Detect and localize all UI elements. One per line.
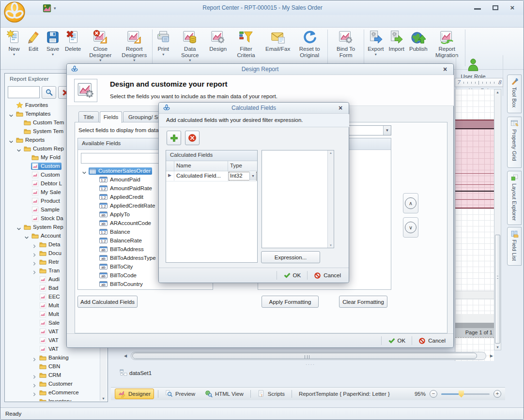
cancel-button[interactable]: Cancel [416,336,448,345]
apply-formatting-button[interactable]: Apply Formatting [262,296,319,308]
tab-fields[interactable]: Fields [100,111,122,123]
dock-tab-field-list[interactable]: Field List [507,227,522,266]
ribbon-button-report-migration[interactable]: Report Migration [430,29,464,58]
view-tab-html-view[interactable]: HTML View [202,389,247,399]
zoom-slider-thumb[interactable] [459,390,464,398]
ribbon-button-close-designer[interactable]: Close Designer▾ [83,29,117,62]
search-button[interactable] [42,86,56,99]
ribbon-button-save[interactable]: Save▾ [43,29,62,57]
grid-row[interactable]: ▶ Calculated Field... Int32▼ [166,171,257,181]
minimize-button[interactable] [474,8,481,10]
chevron-open-icon[interactable] [9,111,15,116]
expression-button[interactable]: Expression... [261,251,320,263]
ribbon-button-filter-criteria[interactable]: Filter Criteria [229,29,263,58]
scroll-right-icon[interactable]: ▶ [490,354,493,358]
maximize-button[interactable] [493,5,498,10]
vertical-scrollbar[interactable]: ▲ ▼ [494,89,501,350]
chevron-closed-icon[interactable] [32,373,39,377]
ribbon-button-bind-to-form[interactable]: Bind To Form [329,29,363,58]
chevron-closed-icon[interactable] [32,381,39,386]
ribbon-button-edit[interactable]: Edit [24,29,43,52]
report-design-canvas[interactable]: Page 1 of 1 [455,89,493,361]
chevron-closed-icon[interactable] [32,399,39,401]
close-button[interactable]: × [508,3,517,12]
scroll-down-icon[interactable]: ▼ [494,345,501,349]
chevron-closed-icon[interactable] [32,355,39,360]
ribbon-button-data-source[interactable]: Data Source▾ [173,29,207,62]
scroll-down-icon[interactable]: ▼ [328,244,334,247]
chevron-open-icon[interactable] [82,168,89,173]
chevron-down-icon[interactable]: ▼ [383,126,391,135]
vertical-scroll-thumb[interactable] [495,235,500,344]
scroll-left-icon[interactable]: ◀ [124,354,127,358]
tree-item-crm[interactable]: CRM [6,371,101,379]
field-item-billtocounty[interactable]: abBillToCounty [80,288,212,289]
chevron-down-icon[interactable]: ▼ [249,172,256,180]
view-tab-preview[interactable]: Preview [162,389,198,399]
tree-item-inventory[interactable]: Inventory [6,397,101,401]
ribbon-button-delete[interactable]: Delete [62,29,83,52]
chevron-closed-icon[interactable] [32,268,39,273]
tree-item-cbn[interactable]: CBN [6,362,101,371]
chevron-closed-icon[interactable] [32,242,39,247]
band-detail[interactable] [455,129,494,209]
dialog-title-bar[interactable]: Design Report × [67,64,453,75]
quick-access-dropdown-icon[interactable]: ▾ [54,6,56,11]
splitter-dots[interactable]: ···· [291,362,330,367]
band-header[interactable] [455,120,494,128]
ribbon-button-new[interactable]: New▾ [4,29,24,57]
scroll-down-icon[interactable]: ▼ [100,397,107,400]
zoom-slider[interactable] [441,393,490,395]
zoom-out-button[interactable]: − [430,390,437,398]
dock-tab-tool-box[interactable]: Tool Box [507,75,522,113]
chevron-closed-icon[interactable] [32,251,39,255]
chevron-open-icon[interactable] [9,137,15,142]
move-down-button[interactable]: ∨ [403,217,418,238]
view-tab-scripts[interactable]: ?Scripts [255,389,288,399]
ribbon-button-reset-to-original[interactable]: Reset to Original [293,29,326,58]
horizontal-scroll-thumb[interactable] [132,353,477,359]
ok-button[interactable]: OK [385,336,409,345]
dock-tab-property-grid[interactable]: Property Grid [507,117,522,168]
chevron-open-icon[interactable] [16,146,23,151]
ribbon-button-import[interactable]: Import [386,29,407,52]
close-icon[interactable]: × [336,104,345,112]
close-icon[interactable]: × [441,65,449,74]
user-role-button[interactable]: User Role [456,56,490,80]
ok-button[interactable]: OK [280,271,304,280]
quick-access-icon[interactable] [42,3,52,13]
chevron-open-icon[interactable] [16,225,23,229]
tab-title[interactable]: Title [78,111,99,122]
chevron-open-icon[interactable] [24,233,31,238]
panel-scrollbar[interactable]: ▲▼ [327,150,334,248]
row-name-cell[interactable]: Calculated Field... [174,171,228,181]
add-field-button[interactable] [167,131,181,145]
ribbon-button-publish[interactable]: Publish [407,29,430,52]
ribbon-button-design[interactable]: Design [207,29,229,52]
app-logo-icon[interactable] [3,1,26,23]
move-up-button[interactable]: ∧ [403,193,418,213]
ribbon-button-export[interactable]: Export▾ [365,29,386,57]
chevron-closed-icon[interactable] [32,390,39,395]
add-calculated-fields-button[interactable]: Add Calculated Fields [77,296,138,308]
scroll-up-icon[interactable]: ▲ [494,90,501,94]
dataset-item[interactable]: dataSet1 [120,369,152,377]
tree-item-customer[interactable]: Customer [6,379,101,388]
explorer-search-input[interactable] [8,86,40,98]
ribbon-button-print[interactable]: Print▾ [154,29,173,57]
clear-formatting-button[interactable]: Clear Formatting [339,296,387,308]
ribbon-button-email-fax[interactable]: Email/Fax [263,29,293,52]
dock-tab-layout-explorer[interactable]: Layout Explorer [507,171,522,225]
tree-item-ecommerce[interactable]: eCommerce [6,388,101,397]
horizontal-scrollbar[interactable]: ◀ ▶ [123,351,494,361]
ribbon-button-report-designers[interactable]: Report Designers▾ [117,29,151,62]
chevron-closed-icon[interactable] [32,259,39,264]
column-name[interactable]: Name [174,161,228,171]
dialog-title-bar[interactable]: Calculated Fields × [159,103,349,114]
scroll-up-icon[interactable]: ▲ [328,151,334,154]
delete-field-button[interactable] [185,131,200,145]
column-type[interactable]: Type [228,161,257,171]
row-type-combobox[interactable]: Int32▼ [228,171,257,181]
view-tab-designer[interactable]: Designer [115,389,154,399]
zoom-in-button[interactable]: + [493,390,501,398]
